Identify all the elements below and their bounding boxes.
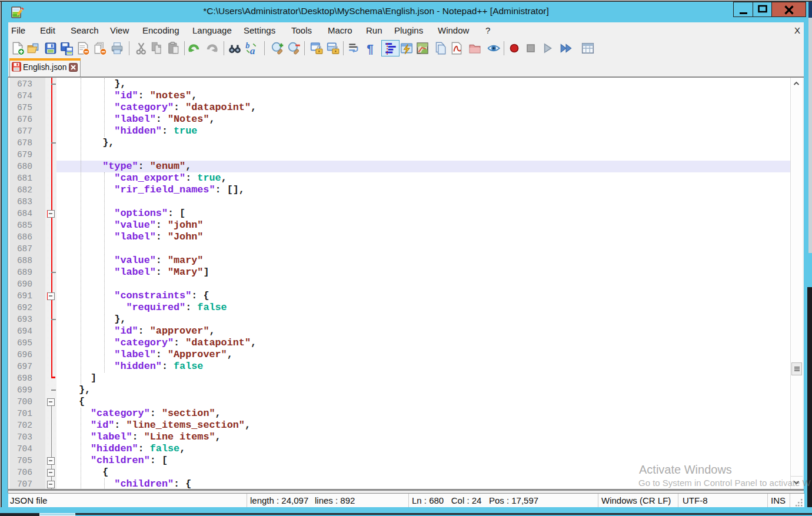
svg-text:¶: ¶ <box>367 42 374 55</box>
svg-text:a: a <box>250 45 255 55</box>
svg-text:b: b <box>245 41 249 50</box>
